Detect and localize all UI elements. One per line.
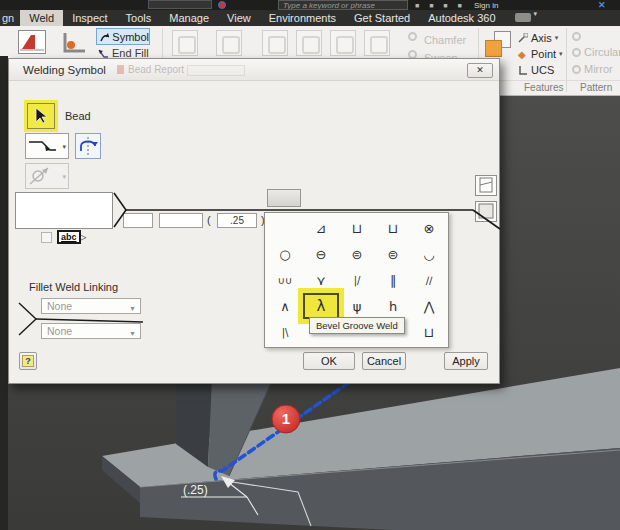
sign-in-link[interactable]: Sign in: [474, 1, 498, 10]
help-button[interactable]: ?: [19, 352, 37, 370]
tab-partial[interactable]: gn: [0, 10, 20, 26]
weld-symbol-cell[interactable]: ⊿: [303, 215, 339, 241]
close-window-icon[interactable]: ✕: [598, 0, 606, 10]
weld-symbol-glyph: ⋀: [424, 299, 435, 314]
weld-size-field[interactable]: [217, 213, 257, 228]
weld-symbol-cell[interactable]: ⊖: [303, 241, 339, 267]
symbol-button[interactable]: Symbol: [96, 28, 150, 45]
circular-label: Circular: [584, 46, 620, 58]
point-button[interactable]: ◆ Point▾: [518, 48, 563, 60]
weld-symbol-glyph: ⊔: [352, 221, 362, 236]
weld-symbol-glyph: ∥: [390, 273, 397, 288]
screencast-icon[interactable]: [515, 13, 531, 22]
weld-symbol-cell[interactable]: ⊗: [411, 215, 447, 241]
axis-label: Axis: [531, 32, 552, 44]
ucs-button[interactable]: UCS: [518, 64, 554, 76]
quick-access-box[interactable]: [148, 0, 212, 9]
chevron-down-icon: ▼: [129, 302, 136, 316]
cancel-button[interactable]: Cancel: [362, 352, 406, 370]
apply-button[interactable]: Apply: [444, 352, 488, 370]
ghost-bead-report: Bead Report: [117, 64, 184, 75]
ucs-label: UCS: [531, 64, 554, 76]
fillet-link-combo-1[interactable]: None▼: [41, 298, 141, 314]
weld-prefix-field[interactable]: [123, 213, 153, 228]
bevel-groove-weld-cell[interactable]: λ: [303, 293, 339, 319]
window-titlebar: Type a keyword or phrase ■ ■ ■ ■ Sign in…: [0, 0, 620, 10]
weld-symbol-cell[interactable]: ⋀: [411, 293, 447, 319]
titlebar-icons[interactable]: ■ ■ ■ ■: [415, 2, 466, 9]
ok-button[interactable]: OK: [303, 352, 355, 370]
disabled-tool-icon: [364, 30, 390, 56]
tag-arrow-icon: ▷: [80, 232, 87, 242]
combo1-value: None: [47, 300, 72, 312]
weld-symbol-cell[interactable]: |\: [267, 319, 303, 345]
weld-symbol-cell[interactable]: [267, 215, 303, 241]
bead-select-button[interactable]: [27, 103, 55, 129]
weld-symbol-glyph: ψ: [353, 299, 362, 314]
weld-leg-field[interactable]: [159, 213, 203, 228]
tail-note-box[interactable]: [15, 192, 113, 229]
weld-symbol-cell[interactable]: ∥: [375, 267, 411, 293]
tab-manage[interactable]: Manage: [160, 10, 218, 26]
dialog-close-button[interactable]: ✕: [467, 63, 493, 78]
weld-symbol-cell[interactable]: ⊜: [375, 241, 411, 267]
weld-symbol-cell[interactable]: h: [375, 293, 411, 319]
weld-symbol-cell[interactable]: ⊔: [339, 215, 375, 241]
tab-get-started[interactable]: Get Started: [345, 10, 419, 26]
weld-symbol-cell[interactable]: ∪∪: [267, 267, 303, 293]
axis-button[interactable]: Axis▾: [518, 32, 558, 44]
app-logo-icon: [218, 1, 226, 9]
other-side-toggle-button[interactable]: [475, 175, 497, 196]
mirror-label: Mirror: [584, 63, 613, 75]
weld-symbol-cell[interactable]: ◡: [411, 241, 447, 267]
weld-symbol-glyph: ⊗: [424, 221, 435, 236]
weld-symbol-cell[interactable]: ∧: [267, 293, 303, 319]
disabled-tool-icon: [262, 30, 288, 56]
weld-symbol-glyph: ∧: [280, 299, 290, 314]
tab-view[interactable]: View: [218, 10, 260, 26]
dropdown-arrow-icon: ▾: [62, 143, 66, 151]
groove-weld-icon[interactable]: [18, 30, 46, 54]
fillet-weld-icon[interactable]: [58, 30, 88, 56]
identification-tag: abc ▷: [57, 230, 86, 244]
tab-environments[interactable]: Environments: [260, 10, 345, 26]
weld-symbol-cell[interactable]: ⊜: [339, 241, 375, 267]
search-input[interactable]: Type a keyword or phrase: [278, 0, 408, 10]
mirror-disabled: Mirror: [572, 63, 613, 75]
weld-symbol-cell[interactable]: |/: [339, 267, 375, 293]
weld-symbol-glyph: |/: [354, 275, 361, 286]
combo2-value: None: [47, 325, 72, 337]
help-icon: ?: [22, 355, 34, 367]
weld-symbol-glyph: ⋎: [316, 273, 326, 288]
identification-checkbox[interactable]: [41, 232, 52, 243]
leader-style-button[interactable]: ▾: [25, 133, 69, 159]
work-plane-icon[interactable]: [484, 30, 512, 58]
weld-symbol-cell[interactable]: ∕∕: [411, 267, 447, 293]
tooltip: Bevel Groove Weld: [309, 317, 405, 334]
tab-inspect[interactable]: Inspect: [63, 10, 116, 26]
weld-symbol-cell[interactable]: ○: [267, 241, 303, 267]
weld-symbol-cell[interactable]: ψ: [339, 293, 375, 319]
symbol-picker-button[interactable]: [267, 189, 301, 207]
ucs-icon: [518, 65, 528, 75]
mirror-icon: [572, 65, 581, 74]
abc-label: abc: [57, 230, 81, 244]
weld-symbol-cell[interactable]: ⊔: [411, 319, 447, 345]
balloon-callout[interactable]: 1: [272, 405, 300, 433]
flip-symbol-button[interactable]: [75, 133, 101, 159]
weld-symbol-cell[interactable]: ⋎: [303, 267, 339, 293]
weld-symbol-glyph: ⊔: [388, 221, 398, 236]
chamfer-icon: [408, 32, 417, 41]
circular-pattern-disabled: Circular: [572, 46, 620, 58]
leader-end-button[interactable]: [475, 201, 497, 222]
axis-icon: [518, 33, 528, 43]
weld-symbol-cell[interactable]: ⊔: [375, 215, 411, 241]
tab-weld[interactable]: Weld: [20, 10, 63, 26]
fillet-link-combo-2[interactable]: None▼: [41, 323, 141, 339]
ghost-box: [187, 65, 245, 76]
pattern-group-label: Pattern: [580, 82, 612, 93]
dialog-titlebar[interactable]: Welding Symbol: [9, 59, 499, 81]
welding-symbol-dialog: Welding Symbol Bead Report ✕ Bead ▾ ▾ ( …: [8, 58, 500, 384]
tab-autodesk-360[interactable]: Autodesk 360: [419, 10, 504, 26]
tab-tools[interactable]: Tools: [117, 10, 161, 26]
